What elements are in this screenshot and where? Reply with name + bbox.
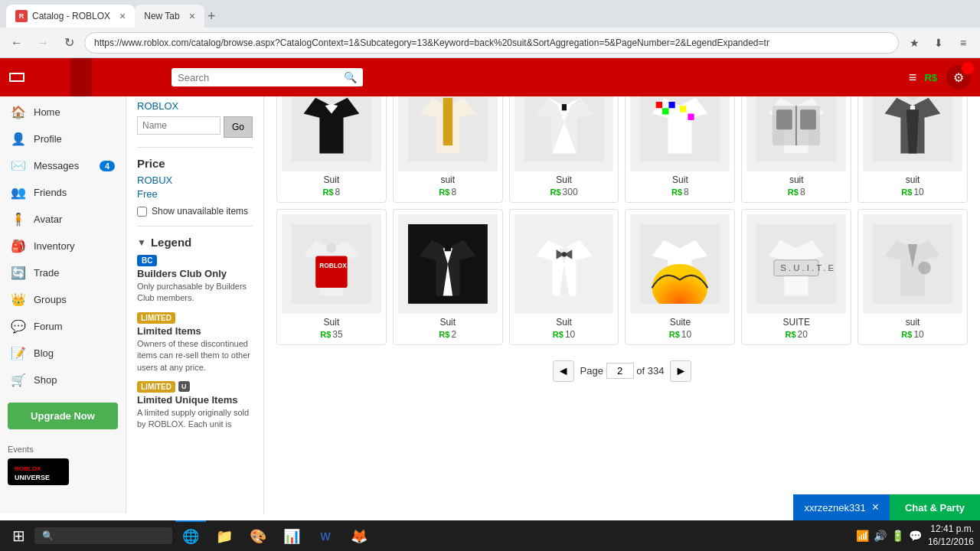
nav-develop[interactable] (104, 58, 126, 96)
avatar-icon: 🧍 (11, 212, 26, 227)
extension-icon-3[interactable]: ≡ (952, 32, 974, 54)
sidebar-item-groups[interactable]: 👑 Groups (0, 286, 126, 313)
sidebar-item-profile[interactable]: 👤 Profile (0, 126, 126, 152)
search-button[interactable]: 🔍 (344, 71, 357, 83)
limited-title: Limited Items (137, 325, 253, 337)
roblox-universe-logo[interactable]: ROBLOX UNIVERSE (8, 458, 69, 485)
sidebar-item-label-profile: Profile (34, 133, 62, 145)
catalog-item-image (863, 214, 962, 314)
tab-title-catalog: Catalog - ROBLOX (32, 11, 110, 21)
tray-network-icon[interactable]: 📶 (856, 530, 869, 542)
sidebar-item-blog[interactable]: 📝 Blog (0, 340, 126, 367)
sidebar-item-trade[interactable]: 🔄 Trade (0, 259, 126, 286)
catalog-item-price: R$ 300 (514, 187, 614, 197)
taskbar-icon-edge[interactable]: 🌐 (175, 520, 206, 551)
prev-page-button[interactable]: ◄ (553, 360, 574, 382)
catalog-item[interactable]: Suit R$ 2 (393, 209, 503, 345)
tab-newtab[interactable]: New Tab × (135, 5, 204, 28)
catalog-item[interactable]: Suite R$ 10 (625, 209, 735, 345)
start-button[interactable]: ⊞ (6, 523, 31, 548)
chat-close-button[interactable]: × (872, 500, 879, 514)
catalog-item[interactable]: S.U.I.T.E SUITE R$ 20 (741, 209, 851, 345)
sidebar-item-shop[interactable]: 🛒 Shop (0, 367, 126, 393)
taskbar-icon-paint[interactable]: 🎨 (243, 520, 273, 551)
tray-volume-icon[interactable]: 🔊 (874, 530, 887, 542)
upgrade-button[interactable]: Upgrade Now (8, 403, 118, 429)
home-icon: 🏠 (11, 105, 26, 119)
price-value: 8 (451, 187, 456, 197)
roblox-logo[interactable] (9, 73, 24, 82)
limited-u-desc: A limited supply originally sold by ROBL… (137, 407, 253, 431)
price-value: 10 (681, 329, 691, 340)
taskbar-icon-explorer[interactable]: 📁 (209, 520, 240, 551)
tab-close-catalog[interactable]: × (119, 10, 126, 22)
tray-battery-icon[interactable]: 🔋 (891, 530, 904, 542)
svg-text:UNIVERSE: UNIVERSE (15, 474, 50, 481)
address-input[interactable] (84, 32, 899, 54)
sidebar-item-forum[interactable]: 💬 Forum (0, 313, 126, 340)
robux-display[interactable]: R$ (924, 72, 939, 83)
chat-party-button[interactable]: Chat & Party (890, 494, 980, 520)
sidebar-item-friends[interactable]: 👥 Friends (0, 179, 126, 206)
filter-name-input[interactable] (137, 116, 220, 135)
forward-button[interactable]: → (32, 32, 54, 54)
sidebar-item-avatar[interactable]: 🧍 Avatar (0, 206, 126, 233)
taskbar-icon-ppt[interactable]: 📊 (276, 520, 307, 551)
legend-title: ▼ Legend (137, 236, 253, 249)
svg-rect-37 (315, 256, 348, 288)
taskbar-icon-word[interactable]: W (310, 520, 341, 551)
svg-rect-19 (656, 102, 662, 108)
tab-close-newtab[interactable]: × (189, 10, 195, 22)
page-label: Page (580, 365, 603, 377)
nav-games[interactable] (37, 58, 58, 96)
robux-icon-nav: R$ (924, 72, 937, 83)
tab-catalog[interactable]: R Catalog - ROBLOX × (6, 5, 135, 28)
catalog-item-image (398, 214, 498, 314)
svg-rect-29 (800, 109, 816, 129)
extension-icon-2[interactable]: ⬇ (928, 32, 949, 54)
page-number-input[interactable] (606, 363, 634, 379)
svg-rect-20 (663, 108, 669, 114)
tray-message-icon[interactable]: 💬 (909, 530, 922, 542)
price-value: 300 (563, 187, 578, 197)
address-bar-row: ← → ↻ ★ ⬇ ≡ (0, 28, 980, 58)
sidebar-item-inventory[interactable]: 🎒 Inventory (0, 233, 126, 259)
next-page-button[interactable]: ► (670, 360, 691, 382)
svg-point-9 (444, 106, 452, 113)
catalog-item[interactable]: suit R$ 10 (858, 209, 968, 345)
sidebar-item-messages[interactable]: ✉️ Messages 4 (0, 152, 126, 179)
limited-badge-container: LIMITED (137, 312, 253, 324)
show-unavailable-checkbox[interactable] (137, 207, 147, 217)
svg-point-49 (561, 252, 566, 256)
sidebar-item-label-home: Home (34, 106, 60, 118)
catalog-item-name: Suit (514, 174, 614, 185)
filter-roblox[interactable]: ROBLOX (137, 100, 253, 112)
sidebar-item-label-groups: Groups (34, 294, 67, 305)
sidebar-item-home[interactable]: 🏠 Home (0, 99, 126, 126)
main-layout: jhongvpoke 🏠 Home 👤 Profile ✉️ Messages … (0, 59, 980, 514)
refresh-button[interactable]: ↻ (58, 32, 80, 54)
catalog-item[interactable]: ROBLOX Suit R$ 35 (276, 209, 387, 345)
filter-free[interactable]: Free (137, 188, 158, 200)
extension-icon-1[interactable]: ★ (903, 32, 925, 54)
catalog-item-name: Suit (398, 317, 498, 328)
catalog-item[interactable]: Suit R$ 10 (509, 209, 619, 345)
search-input[interactable] (178, 72, 344, 83)
filter-divider-1 (137, 147, 253, 148)
events-section: Events ROBLOX UNIVERSE (0, 439, 126, 491)
settings-icon-btn[interactable]: ⚙ (946, 65, 971, 90)
nav-robux[interactable] (138, 58, 159, 96)
tab-bar: R Catalog - ROBLOX × New Tab × + (0, 0, 980, 28)
sidebar: jhongvpoke 🏠 Home 👤 Profile ✉️ Messages … (0, 59, 126, 514)
filter-robux[interactable]: ROBUX (137, 174, 253, 186)
svg-text:ROBLOX: ROBLOX (15, 465, 41, 472)
new-tab-button[interactable]: + (207, 8, 216, 24)
back-button[interactable]: ← (6, 32, 28, 54)
taskbar-search[interactable] (34, 527, 172, 544)
nav-menu-icon[interactable]: ≡ (909, 70, 917, 86)
filter-go-button[interactable]: Go (224, 116, 253, 138)
shop-icon: 🛒 (11, 373, 26, 387)
taskbar-icon-firefox[interactable]: 🦊 (344, 520, 374, 551)
nav-catalog[interactable] (70, 58, 92, 96)
catalog-grid-row2: ROBLOX Suit R$ 35 Suit R$ 2 (276, 209, 968, 345)
